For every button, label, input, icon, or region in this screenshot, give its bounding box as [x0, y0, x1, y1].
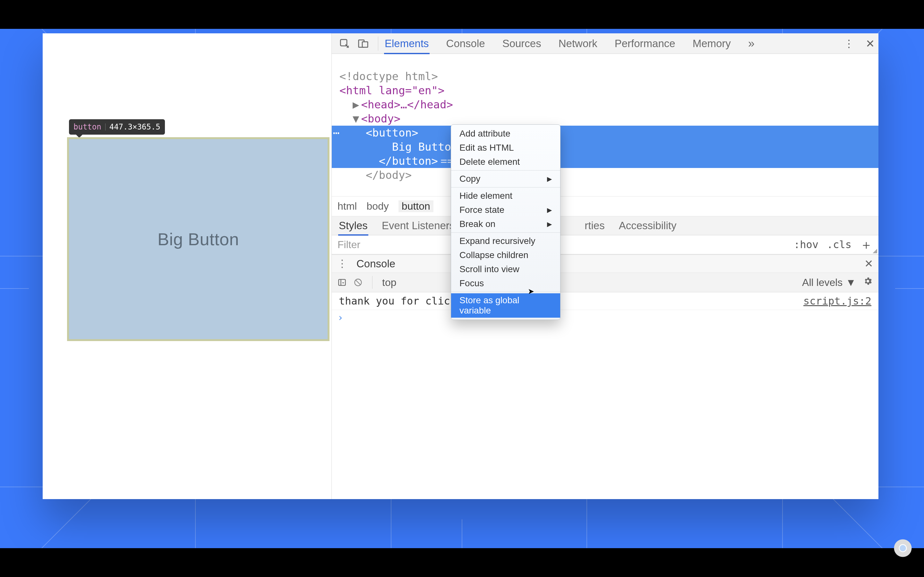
menu-item-delete-element[interactable]: Delete element: [451, 155, 560, 169]
console-context-select[interactable]: top: [382, 277, 396, 288]
console-drawer-title: Console: [357, 258, 395, 270]
menu-item-label: Delete element: [459, 157, 520, 167]
menu-separator: [451, 170, 560, 171]
console-log-text: thank you for click: [339, 295, 456, 307]
console-toolbar: top All levels ▼: [332, 273, 879, 292]
subtab-properties[interactable]: rties: [585, 219, 604, 232]
menu-item-label: Expand recursively: [459, 236, 535, 246]
subtab-accessibility[interactable]: Accessibility: [619, 219, 677, 232]
devtools-close-icon[interactable]: ✕: [866, 37, 875, 50]
console-body[interactable]: thank you for click script.js:2 ›: [332, 292, 879, 499]
menu-item-label: Force state: [459, 205, 504, 215]
submenu-arrow-icon: ▶: [547, 175, 552, 183]
menu-item-collapse-children[interactable]: Collapse children: [451, 248, 560, 262]
dom-body-open[interactable]: <body>: [361, 112, 401, 125]
console-drawer-close-icon[interactable]: ✕: [864, 258, 873, 270]
menu-item-store-as-global-variable[interactable]: Store as global variable: [451, 293, 560, 318]
dom-tree[interactable]: <!doctype html> <html lang="en"> ▶<head>…: [332, 54, 879, 196]
subtab-event-listeners[interactable]: Event Listeners: [382, 219, 455, 232]
console-levels-select[interactable]: All levels ▼: [802, 277, 856, 288]
add-style-rule-icon[interactable]: ＋: [860, 242, 873, 248]
crumb-button[interactable]: button: [399, 200, 433, 212]
device-toggle-icon[interactable]: [357, 38, 369, 49]
devtools-toolbar: Elements Console Sources Network Perform…: [332, 33, 879, 54]
dom-head[interactable]: <head>…</head>: [361, 98, 453, 111]
dom-html-open[interactable]: <html lang="en">: [339, 84, 445, 97]
dom-breadcrumbs: html body button: [332, 196, 879, 216]
hov-toggle[interactable]: :hov: [794, 239, 819, 251]
menu-item-label: Break on: [459, 219, 495, 229]
cls-toggle[interactable]: .cls: [827, 239, 851, 251]
cursor-icon: ➤: [528, 287, 534, 296]
big-button[interactable]: Big Button: [67, 137, 330, 341]
clear-console-icon[interactable]: [354, 278, 363, 287]
menu-item-label: Focus: [459, 278, 484, 288]
menu-item-focus[interactable]: Focus: [451, 276, 560, 290]
menu-item-add-attribute[interactable]: Add attribute: [451, 127, 560, 141]
chevron-down-icon: ▼: [846, 277, 856, 288]
svg-rect-10: [362, 42, 368, 47]
menu-separator: [451, 292, 560, 292]
menu-separator: [451, 232, 560, 233]
console-settings-icon[interactable]: [863, 276, 873, 288]
crumb-html[interactable]: html: [338, 200, 357, 212]
menu-item-label: Copy: [459, 174, 480, 184]
submenu-arrow-icon: ▶: [547, 220, 552, 228]
big-button-label: Big Button: [158, 229, 239, 249]
styles-filter-bar: Filter :hov .cls ＋: [332, 235, 879, 254]
dom-doctype: <!doctype html>: [339, 70, 438, 83]
tab-network[interactable]: Network: [559, 37, 598, 50]
menu-item-break-on[interactable]: Break on▶: [451, 217, 560, 231]
menu-item-label: Edit as HTML: [459, 143, 514, 153]
devtools-tabs: Elements Console Sources Network Perform…: [384, 37, 754, 50]
console-drawer-menu-icon[interactable]: ⋮: [337, 258, 347, 270]
menu-item-copy[interactable]: Copy▶: [451, 172, 560, 186]
context-menu: Add attributeEdit as HTMLDelete elementC…: [451, 124, 561, 320]
menu-item-expand-recursively[interactable]: Expand recursively: [451, 234, 560, 248]
svg-point-15: [900, 545, 906, 551]
dom-selected-node[interactable]: ⋯ <button> Big Button </button>== $0: [332, 126, 879, 168]
tab-elements[interactable]: Elements: [384, 37, 429, 50]
page-viewport: button 447.3×365.5 Big Button: [43, 33, 331, 499]
crumb-body[interactable]: body: [367, 200, 389, 212]
tab-console[interactable]: Console: [446, 37, 485, 50]
console-log-line: thank you for click script.js:2: [332, 292, 879, 310]
menu-item-label: Scroll into view: [459, 264, 519, 274]
submenu-arrow-icon: ▶: [547, 206, 552, 214]
inspect-tooltip-tag: button: [73, 122, 102, 131]
menu-item-hide-element[interactable]: Hide element: [451, 189, 560, 203]
devtools-menu-icon[interactable]: ⋮: [844, 37, 854, 50]
resize-corner-icon[interactable]: [873, 249, 877, 253]
styles-filter-input[interactable]: Filter: [338, 239, 360, 251]
menu-item-label: Add attribute: [459, 129, 510, 139]
console-sidebar-toggle-icon[interactable]: [338, 278, 347, 287]
menu-item-force-state[interactable]: Force state▶: [451, 203, 560, 217]
menu-item-edit-as-html[interactable]: Edit as HTML: [451, 141, 560, 155]
devtools-panel: Elements Console Sources Network Perform…: [331, 33, 879, 499]
dom-body-close: </body>: [339, 169, 412, 181]
subtab-styles[interactable]: Styles: [339, 219, 368, 232]
inspect-tooltip-size: 447.3×365.5: [110, 122, 160, 131]
menu-item-label: Hide element: [459, 191, 512, 201]
console-prompt[interactable]: ›: [332, 310, 879, 325]
tabs-overflow-icon[interactable]: »: [748, 37, 754, 50]
console-drawer-header: ⋮ Console ✕: [332, 254, 879, 273]
styles-subtabs: Styles Event Listeners DOM rties Accessi…: [332, 216, 879, 235]
console-log-source-link[interactable]: script.js:2: [803, 295, 871, 307]
tab-sources[interactable]: Sources: [502, 37, 541, 50]
menu-item-scroll-into-view[interactable]: Scroll into view: [451, 262, 560, 276]
inspect-icon[interactable]: [339, 38, 351, 49]
tab-performance[interactable]: Performance: [615, 37, 675, 50]
tab-memory[interactable]: Memory: [693, 37, 731, 50]
chrome-logo-icon: [893, 538, 913, 558]
element-inspect-tooltip: button 447.3×365.5: [69, 119, 165, 135]
menu-item-label: Store as global variable: [459, 295, 552, 316]
menu-item-label: Collapse children: [459, 250, 528, 260]
